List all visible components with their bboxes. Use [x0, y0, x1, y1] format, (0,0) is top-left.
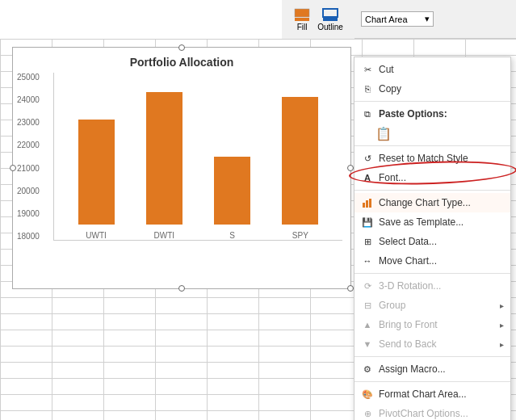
menu-item-change-chart[interactable]: Change Chart Type... [354, 193, 510, 212]
send-to-back-arrow: ▸ [500, 340, 504, 349]
menu-item-move-chart[interactable]: ↔ Move Chart... [354, 251, 510, 271]
fill-icon [293, 7, 311, 22]
chart-area-selector[interactable]: Chart Area ▾ [361, 11, 434, 27]
menu-label-format-chart: Format Chart Area... [379, 388, 467, 400]
outline-icon [321, 7, 339, 22]
fill-label: Fill [297, 23, 308, 32]
menu-item-select-data[interactable]: ⊞ Select Data... [354, 232, 510, 251]
change-chart-icon [361, 196, 374, 209]
cut-icon: ✂ [361, 63, 374, 76]
paste-icon: 📋 [377, 127, 390, 140]
menu-item-copy[interactable]: ⎘ Copy [354, 79, 510, 99]
bar-dwti [146, 92, 182, 225]
bar-group-dwti: DWTI [146, 92, 182, 240]
menu-label-select-data: Select Data... [379, 236, 437, 247]
group-arrow: ▸ [500, 301, 504, 310]
separator-3 [354, 190, 510, 191]
menu-label-group: Group [379, 300, 405, 311]
menu-item-paste-icon[interactable]: 📋 [354, 124, 510, 143]
menu-label-assign-macro: Assign Macro... [379, 363, 446, 375]
select-data-icon: ⊞ [361, 235, 374, 248]
3d-rotation-icon: ⟳ [361, 279, 374, 292]
bar-group-s: S [214, 157, 250, 240]
bar-label-s: S [229, 231, 235, 240]
separator-2 [354, 145, 510, 146]
chart-container[interactable]: Portfolio Allocation 25000 24000 23000 2… [12, 47, 351, 289]
menu-label-paste-options: Paste Options: [379, 108, 447, 120]
menu-label-font: Font... [379, 172, 406, 183]
bar-label-uwti: UWTI [86, 231, 107, 240]
move-chart-icon: ↔ [361, 254, 374, 267]
chart-body: 25000 24000 23000 22000 21000 20000 1900… [13, 73, 350, 265]
format-chart-icon: 🎨 [361, 388, 374, 401]
menu-item-assign-macro[interactable]: ⚙ Assign Macro... [354, 359, 510, 379]
menu-item-paste-options: ⧉ Paste Options: [354, 104, 510, 124]
chart-title: Portfolio Allocation [13, 48, 350, 73]
save-template-icon: 💾 [361, 216, 374, 229]
bring-to-front-arrow: ▸ [500, 321, 504, 330]
svg-rect-0 [295, 9, 309, 17]
context-menu: ✂ Cut ⎘ Copy ⧉ Paste Options: 📋 ↺ Reset … [354, 57, 511, 420]
menu-item-pivotchart: ⊕ PivotChart Options... [354, 404, 510, 420]
bar-spy [282, 97, 318, 225]
separator-6 [354, 381, 510, 382]
fill-button[interactable]: Fill [293, 7, 311, 32]
bar-uwti [78, 120, 115, 225]
separator-4 [354, 273, 510, 274]
svg-rect-2 [323, 9, 338, 17]
menu-label-change-chart: Change Chart Type... [379, 197, 471, 208]
bar-group-spy: SPY [282, 97, 318, 240]
chart-area-toolbar: Chart Area ▾ [354, 0, 516, 39]
bring-to-front-icon: ▲ [361, 318, 374, 331]
menu-item-save-template[interactable]: 💾 Save as Template... [354, 212, 510, 232]
fill-outline-toolbar: Fill Outline [282, 0, 354, 39]
menu-item-font[interactable]: A Font... [354, 168, 510, 187]
svg-rect-6 [369, 199, 371, 208]
separator-5 [354, 356, 510, 357]
svg-rect-1 [295, 18, 309, 21]
menu-label-copy: Copy [379, 83, 401, 94]
assign-macro-icon: ⚙ [361, 363, 374, 376]
font-icon: A [361, 171, 374, 184]
pivotchart-icon: ⊕ [361, 407, 374, 420]
bar-s [214, 157, 250, 225]
paste-options-icon: ⧉ [361, 107, 374, 120]
menu-label-send-to-back: Send to Back [379, 338, 436, 350]
copy-icon: ⎘ [361, 82, 374, 95]
send-to-back-icon: ▼ [361, 338, 374, 351]
bar-label-dwti: DWTI [154, 231, 175, 240]
menu-label-bring-to-front: Bring to Front [379, 319, 438, 330]
group-icon: ⊟ [361, 299, 374, 312]
chart-area-label: Chart Area [365, 15, 408, 24]
menu-item-3d-rotation: ⟳ 3-D Rotation... [354, 276, 510, 296]
menu-item-send-to-back: ▼ Send to Back ▸ [354, 334, 510, 354]
separator-1 [354, 101, 510, 102]
menu-item-cut[interactable]: ✂ Cut [354, 60, 510, 79]
menu-label-cut: Cut [379, 64, 394, 75]
svg-rect-5 [366, 200, 368, 208]
bar-label-spy: SPY [292, 231, 308, 240]
y-axis: 25000 24000 23000 22000 21000 20000 1900… [17, 73, 40, 241]
menu-item-reset[interactable]: ↺ Reset to Match Style [354, 149, 510, 168]
menu-label-pivotchart: PivotChart Options... [379, 408, 468, 419]
bars-area: UWTI DWTI S SPY [53, 73, 342, 241]
menu-item-format-chart[interactable]: 🎨 Format Chart Area... [354, 384, 510, 404]
menu-item-bring-to-front: ▲ Bring to Front ▸ [354, 315, 510, 334]
svg-rect-4 [363, 203, 365, 208]
menu-label-move-chart: Move Chart... [379, 255, 437, 267]
menu-label-3d-rotation: 3-D Rotation... [379, 280, 441, 292]
menu-item-group: ⊟ Group ▸ [354, 296, 510, 315]
svg-rect-3 [323, 18, 338, 21]
chevron-down-icon: ▾ [425, 14, 430, 24]
menu-label-reset: Reset to Match Style [379, 153, 468, 164]
reset-icon: ↺ [361, 152, 374, 165]
outline-label: Outline [317, 23, 343, 32]
bar-group-uwti: UWTI [78, 120, 115, 240]
menu-label-save-template: Save as Template... [379, 216, 464, 228]
outline-button[interactable]: Outline [317, 7, 343, 32]
